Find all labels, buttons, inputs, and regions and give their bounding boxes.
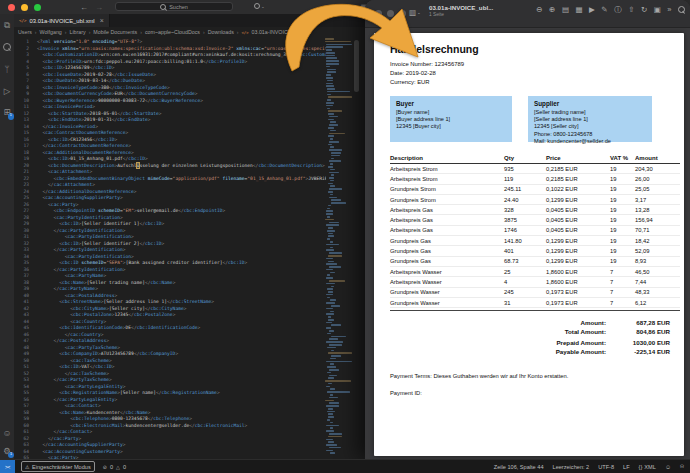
search-icon[interactable]	[678, 6, 685, 13]
table-cell: 0,0405 EUR	[546, 227, 610, 233]
toggle-secondary-sidebar-icon[interactable]: ◨	[350, 4, 356, 11]
minimap-line	[328, 377, 334, 379]
column-header: VAT %	[610, 155, 635, 161]
minimap-line	[330, 185, 335, 187]
toggle-panel-icon[interactable]: ◫	[340, 4, 346, 11]
language-mode[interactable]: {} XML	[639, 464, 656, 470]
tab-invoice-xml[interactable]: </> 03.01a-INVOICE_ubl.xml ×	[14, 14, 110, 27]
more-icon[interactable]: »	[667, 6, 671, 14]
total-row: Total Amount:804,86 EUR	[514, 328, 670, 337]
markup-icon[interactable]: ▣	[654, 6, 661, 14]
minimap-line	[326, 74, 331, 76]
rotate-icon[interactable]: ↻	[641, 6, 647, 14]
minimap-line	[327, 238, 330, 240]
minimap-line	[327, 372, 331, 374]
table-bottom-rule	[390, 310, 680, 311]
breadcrumb-item[interactable]: Library	[69, 29, 85, 35]
minimap-line	[330, 394, 333, 396]
breadcrumb-item[interactable]: Mobile Documents	[93, 29, 137, 35]
single-page-icon[interactable]: ▤	[562, 6, 569, 14]
thumbnails-icon[interactable]: ▦	[575, 6, 582, 14]
badge: 1	[8, 452, 15, 459]
minimize-traffic-light[interactable]	[21, 4, 28, 11]
account-menu[interactable]: ⌄	[254, 3, 265, 9]
breadcrumb-item[interactable]: Downloads	[208, 29, 234, 35]
zoom-traffic-light[interactable]	[399, 10, 406, 17]
remote-indicator[interactable]: ><	[0, 460, 15, 473]
badge: 1	[8, 113, 15, 120]
breadcrumb-item[interactable]: Wolfgang	[40, 29, 62, 35]
table-cell: 52,09	[635, 248, 680, 254]
total-label: Prepaid Amount:	[514, 339, 606, 348]
close-traffic-light[interactable]	[375, 10, 382, 17]
settings-gear-icon[interactable]: ⚙1	[3, 447, 11, 456]
minimap-line	[330, 388, 335, 390]
zoom-out-icon[interactable]: ⊖	[536, 6, 542, 14]
table-header-row: DescriptionQtyPriceVAT %Amount	[390, 155, 680, 164]
minimap-line	[329, 375, 337, 377]
back-icon[interactable]: ←	[80, 3, 88, 12]
breadcrumb-item[interactable]: com~apple~CloudDocs	[145, 29, 200, 35]
xml-file-icon: </>	[242, 30, 249, 35]
minimap-line	[326, 244, 339, 246]
breadcrumb-item[interactable]: Users	[18, 29, 32, 35]
minimap-line	[329, 344, 342, 346]
zoom-traffic-light[interactable]	[34, 4, 41, 11]
cursor-position[interactable]: Zeile 106, Spalte 44	[494, 464, 544, 470]
errors-icon: ⊘	[103, 464, 107, 470]
problems-indicator[interactable]: ⊘ 0 △ 0	[103, 464, 126, 470]
table-cell: 156,94	[635, 217, 680, 223]
table-cell: 31	[504, 300, 546, 306]
restricted-mode-badge[interactable]: ⚠ Eingeschränkter Modus	[21, 461, 95, 472]
minimap-line	[331, 336, 346, 338]
minimap-line	[330, 194, 333, 196]
minimize-traffic-light[interactable]	[387, 10, 394, 17]
minimap-line	[326, 249, 334, 251]
supplier-line: Phone: 0800-12345678	[534, 131, 646, 138]
indentation[interactable]: Leerzeichen: 2	[553, 464, 590, 470]
run-debug-icon[interactable]: ▷	[4, 87, 11, 96]
info-icon[interactable]: ⓘ	[614, 6, 622, 14]
share-icon[interactable]: ⇧	[628, 6, 634, 14]
code-editor[interactable]: 1<?xml version="1.0" encoding="UTF-8"?>2…	[14, 37, 326, 460]
close-icon[interactable]: ×	[100, 17, 104, 24]
minimap-line	[327, 99, 331, 101]
accounts-icon[interactable]: ☺	[3, 429, 12, 438]
buyer-line: [Buyer address line 1]	[396, 116, 506, 123]
search-icon-shape	[678, 6, 685, 13]
close-traffic-light[interactable]	[8, 4, 15, 11]
feedback-icon[interactable]: ☺	[665, 464, 671, 470]
explorer-icon[interactable]: ⧉	[4, 21, 10, 30]
extensions-icon[interactable]: ⊞1	[3, 108, 10, 117]
slideshow-icon[interactable]: ▶	[589, 6, 595, 14]
table-cell: 0,1973 EUR	[546, 300, 610, 306]
source-control-icon[interactable]: ᛘ	[4, 65, 9, 74]
total-row: Payable Amount:-225,14 EUR	[514, 348, 670, 357]
minimap-line	[326, 450, 333, 452]
command-center-search[interactable]: Suchen	[115, 2, 233, 11]
minimap[interactable]	[325, 38, 352, 460]
minimap-line	[327, 88, 335, 90]
highlighter-icon[interactable]: ✎	[601, 6, 607, 14]
chevron-down-icon: ⌄	[261, 4, 265, 9]
minimap-line	[331, 202, 346, 204]
toggle-sidebar-icon[interactable]: ◧	[330, 4, 336, 11]
encoding[interactable]: UTF-8	[598, 464, 614, 470]
zoom-in-icon[interactable]: ⊕	[549, 6, 555, 14]
eol[interactable]: LF	[623, 464, 630, 470]
sidebar-toggle[interactable]: ▥ ⌄	[409, 8, 421, 17]
minimap-line	[328, 113, 334, 115]
table-cell: 7	[610, 269, 635, 275]
table-cell: Grundpreis Strom	[390, 197, 504, 203]
notifications-bell-icon[interactable]: ⍾	[680, 463, 684, 470]
table-cell: Grundpreis Gas	[390, 258, 504, 264]
forward-icon[interactable]: →	[95, 3, 103, 12]
minimap-line	[328, 261, 334, 263]
breadcrumb-item[interactable]: 03.01a-INVOICE_ubl.xml	[252, 29, 311, 35]
table-cell: 141.80	[504, 238, 546, 244]
minimap-line	[327, 333, 331, 335]
editor-scrollbar[interactable]	[354, 40, 359, 92]
table-cell: 3875	[504, 217, 546, 223]
search-icon[interactable]	[3, 43, 11, 53]
minimap-line	[326, 55, 335, 57]
